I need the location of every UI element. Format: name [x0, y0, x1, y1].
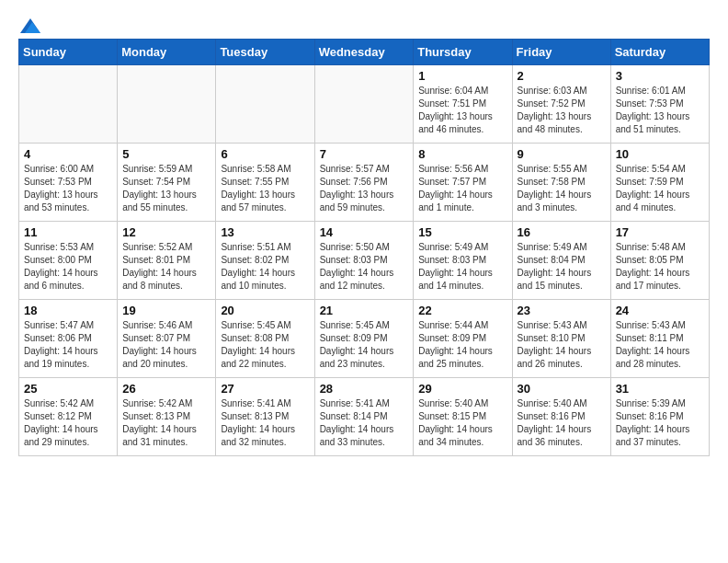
day-number: 22 — [418, 304, 506, 317]
calendar-cell: 6Sunrise: 5:58 AMSunset: 7:55 PMDaylight… — [216, 144, 314, 222]
day-number: 2 — [518, 69, 606, 83]
day-info: Sunrise: 5:46 AMSunset: 8:07 PMDaylight:… — [122, 319, 210, 371]
day-info: Sunrise: 5:45 AMSunset: 8:08 PMDaylight:… — [221, 319, 309, 371]
day-number: 13 — [221, 225, 309, 239]
week-row-2: 4Sunrise: 6:00 AMSunset: 7:53 PMDaylight… — [19, 144, 710, 222]
day-number: 14 — [320, 225, 409, 239]
calendar-cell: 21Sunrise: 5:45 AMSunset: 8:09 PMDayligh… — [314, 300, 414, 378]
day-number: 6 — [221, 147, 309, 161]
day-info: Sunrise: 5:40 AMSunset: 8:15 PMDaylight:… — [418, 397, 506, 449]
weekday-header-tuesday: Tuesday — [216, 40, 314, 65]
day-number: 26 — [122, 382, 210, 396]
calendar-cell: 24Sunrise: 5:43 AMSunset: 8:11 PMDayligh… — [610, 300, 709, 378]
weekday-header-wednesday: Wednesday — [314, 40, 414, 65]
day-info: Sunrise: 5:40 AMSunset: 8:16 PMDaylight:… — [518, 397, 606, 449]
day-info: Sunrise: 5:52 AMSunset: 8:01 PMDaylight:… — [122, 241, 210, 293]
day-number: 15 — [418, 225, 506, 239]
day-number: 11 — [24, 225, 112, 239]
calendar-cell: 11Sunrise: 5:53 AMSunset: 8:00 PMDayligh… — [19, 222, 118, 300]
day-info: Sunrise: 5:58 AMSunset: 7:55 PMDaylight:… — [221, 163, 309, 214]
day-number: 19 — [122, 304, 210, 317]
day-info: Sunrise: 5:41 AMSunset: 8:13 PMDaylight:… — [221, 397, 309, 449]
calendar-cell: 17Sunrise: 5:48 AMSunset: 8:05 PMDayligh… — [610, 222, 709, 300]
week-row-3: 11Sunrise: 5:53 AMSunset: 8:00 PMDayligh… — [19, 222, 710, 300]
calendar-cell: 15Sunrise: 5:49 AMSunset: 8:03 PMDayligh… — [414, 222, 512, 300]
day-number: 31 — [616, 382, 704, 396]
day-info: Sunrise: 6:03 AMSunset: 7:52 PMDaylight:… — [518, 85, 606, 136]
day-number: 23 — [518, 304, 606, 317]
day-info: Sunrise: 5:43 AMSunset: 8:11 PMDaylight:… — [616, 319, 704, 371]
calendar-cell: 10Sunrise: 5:54 AMSunset: 7:59 PMDayligh… — [610, 144, 709, 222]
week-row-4: 18Sunrise: 5:47 AMSunset: 8:06 PMDayligh… — [19, 300, 710, 378]
day-number: 1 — [418, 69, 506, 83]
calendar-cell: 29Sunrise: 5:40 AMSunset: 8:15 PMDayligh… — [414, 378, 512, 456]
calendar-cell: 19Sunrise: 5:46 AMSunset: 8:07 PMDayligh… — [118, 300, 216, 378]
calendar-cell: 9Sunrise: 5:55 AMSunset: 7:58 PMDaylight… — [512, 144, 610, 222]
calendar-cell: 27Sunrise: 5:41 AMSunset: 8:13 PMDayligh… — [216, 378, 314, 456]
day-number: 30 — [518, 382, 606, 396]
day-info: Sunrise: 5:55 AMSunset: 7:58 PMDaylight:… — [518, 163, 606, 214]
calendar-cell: 28Sunrise: 5:41 AMSunset: 8:14 PMDayligh… — [314, 378, 414, 456]
day-number: 7 — [320, 147, 409, 161]
week-row-5: 25Sunrise: 5:42 AMSunset: 8:12 PMDayligh… — [19, 378, 710, 456]
calendar-cell: 2Sunrise: 6:03 AMSunset: 7:52 PMDaylight… — [512, 65, 610, 144]
day-info: Sunrise: 5:39 AMSunset: 8:16 PMDaylight:… — [616, 397, 704, 449]
day-info: Sunrise: 5:42 AMSunset: 8:12 PMDaylight:… — [24, 397, 112, 449]
day-number: 3 — [616, 69, 704, 83]
day-number: 4 — [24, 147, 112, 161]
calendar-cell: 26Sunrise: 5:42 AMSunset: 8:13 PMDayligh… — [118, 378, 216, 456]
day-number: 20 — [221, 304, 309, 317]
calendar-cell: 30Sunrise: 5:40 AMSunset: 8:16 PMDayligh… — [512, 378, 610, 456]
day-number: 17 — [616, 225, 704, 239]
day-info: Sunrise: 5:59 AMSunset: 7:54 PMDaylight:… — [122, 163, 210, 214]
day-number: 12 — [122, 225, 210, 239]
day-info: Sunrise: 5:53 AMSunset: 8:00 PMDaylight:… — [24, 241, 112, 293]
day-info: Sunrise: 5:41 AMSunset: 8:14 PMDaylight:… — [320, 397, 409, 449]
calendar-cell: 1Sunrise: 6:04 AMSunset: 7:51 PMDaylight… — [414, 65, 512, 144]
day-info: Sunrise: 6:00 AMSunset: 7:53 PMDaylight:… — [24, 163, 112, 214]
day-info: Sunrise: 5:49 AMSunset: 8:04 PMDaylight:… — [518, 241, 606, 293]
day-number: 28 — [320, 382, 409, 396]
day-info: Sunrise: 5:43 AMSunset: 8:10 PMDaylight:… — [518, 319, 606, 371]
calendar-cell: 22Sunrise: 5:44 AMSunset: 8:09 PMDayligh… — [414, 300, 512, 378]
day-number: 9 — [518, 147, 606, 161]
calendar-cell: 12Sunrise: 5:52 AMSunset: 8:01 PMDayligh… — [118, 222, 216, 300]
calendar-cell: 31Sunrise: 5:39 AMSunset: 8:16 PMDayligh… — [610, 378, 709, 456]
weekday-header-monday: Monday — [118, 40, 216, 65]
calendar-cell: 18Sunrise: 5:47 AMSunset: 8:06 PMDayligh… — [19, 300, 118, 378]
day-info: Sunrise: 5:50 AMSunset: 8:03 PMDaylight:… — [320, 241, 409, 293]
calendar-cell: 14Sunrise: 5:50 AMSunset: 8:03 PMDayligh… — [314, 222, 414, 300]
day-info: Sunrise: 5:54 AMSunset: 7:59 PMDaylight:… — [616, 163, 704, 214]
calendar-cell — [118, 65, 216, 144]
calendar-cell: 23Sunrise: 5:43 AMSunset: 8:10 PMDayligh… — [512, 300, 610, 378]
day-number: 5 — [122, 147, 210, 161]
day-number: 18 — [24, 304, 112, 317]
weekday-header-sunday: Sunday — [19, 40, 118, 65]
day-info: Sunrise: 5:49 AMSunset: 8:03 PMDaylight:… — [418, 241, 506, 293]
day-info: Sunrise: 5:51 AMSunset: 8:02 PMDaylight:… — [221, 241, 309, 293]
calendar-cell — [19, 65, 118, 144]
day-info: Sunrise: 6:01 AMSunset: 7:53 PMDaylight:… — [616, 85, 704, 136]
day-info: Sunrise: 5:47 AMSunset: 8:06 PMDaylight:… — [24, 319, 112, 371]
weekday-header-row: SundayMondayTuesdayWednesdayThursdayFrid… — [19, 40, 710, 65]
week-row-1: 1Sunrise: 6:04 AMSunset: 7:51 PMDaylight… — [19, 65, 710, 144]
day-info: Sunrise: 5:44 AMSunset: 8:09 PMDaylight:… — [418, 319, 506, 371]
day-info: Sunrise: 5:45 AMSunset: 8:09 PMDaylight:… — [320, 319, 409, 371]
day-info: Sunrise: 5:42 AMSunset: 8:13 PMDaylight:… — [122, 397, 210, 449]
day-info: Sunrise: 6:04 AMSunset: 7:51 PMDaylight:… — [418, 85, 506, 136]
calendar-cell: 25Sunrise: 5:42 AMSunset: 8:12 PMDayligh… — [19, 378, 118, 456]
day-number: 16 — [518, 225, 606, 239]
calendar-cell: 20Sunrise: 5:45 AMSunset: 8:08 PMDayligh… — [216, 300, 314, 378]
weekday-header-friday: Friday — [512, 40, 610, 65]
day-info: Sunrise: 5:56 AMSunset: 7:57 PMDaylight:… — [418, 163, 506, 214]
logo-icon — [20, 18, 40, 33]
day-number: 29 — [418, 382, 506, 396]
calendar-cell — [216, 65, 314, 144]
day-number: 27 — [221, 382, 309, 396]
calendar-cell — [314, 65, 414, 144]
day-info: Sunrise: 5:48 AMSunset: 8:05 PMDaylight:… — [616, 241, 704, 293]
calendar-cell: 8Sunrise: 5:56 AMSunset: 7:57 PMDaylight… — [414, 144, 512, 222]
logo — [18, 18, 40, 29]
day-number: 8 — [418, 147, 506, 161]
weekday-header-thursday: Thursday — [414, 40, 512, 65]
